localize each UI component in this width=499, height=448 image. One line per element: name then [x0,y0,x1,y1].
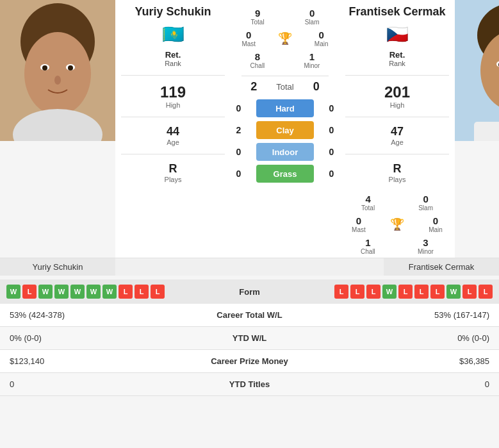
clay-row: 2 Clay 0 [231,121,339,139]
right-total-cell: 4 Total [361,194,375,212]
right-form-badge-l: L [462,285,477,299]
right-divider-2 [345,117,449,117]
left-slam-label: Slam [305,19,320,26]
left-name-below: Yuriy Schukin [0,258,115,276]
hard-button[interactable]: Hard [256,99,314,117]
left-mast-label: Mast [241,40,256,47]
left-minor-val: 1 [304,51,320,62]
right-form-badges: LLLWLLLWLL [291,285,493,299]
left-age-block: 44 Age [115,120,231,151]
left-form-badge-l: L [151,285,165,299]
indoor-left-val: 0 [231,147,247,157]
left-form-badge-l: L [119,285,133,299]
clay-right-val: 0 [323,125,339,135]
left-form-badge-w: W [102,285,117,299]
left-form-badges: WLWWWWWLLL [6,285,208,299]
stats-row-3: 0YTD Titles0 [0,373,499,396]
right-slam-val: 0 [418,194,433,204]
stat-label-1: YTD W/L [186,327,314,350]
left-main-label: Main [315,40,329,47]
right-slam-label: Slam [418,204,433,212]
left-plays-label: Plays [165,176,182,183]
stats-row-0: 53% (424-378)Career Total W/L53% (167-14… [0,304,499,327]
right-total-label: Total [361,204,375,212]
right-main-val: 0 [429,215,443,226]
left-form-badge-w: W [54,285,69,299]
right-player-image [455,0,499,141]
right-plays-block: R Plays [339,157,455,188]
left-form-badge-l: L [22,285,37,299]
svg-point-7 [54,76,61,85]
svg-point-6 [68,65,73,71]
stat-left-0: 53% (424-378) [0,304,186,327]
left-player-info: Yuriy Schukin 🇰🇿 Ret. Rank 119 High 44 A… [115,0,231,258]
stats-row-2: $123,140Career Prize Money$36,385 [0,350,499,373]
right-high-label: High [390,101,405,109]
right-face-svg [455,0,499,141]
left-form-badge-l: L [135,285,149,299]
player-names-row: Yuriy Schukin Frantisek Cermak [0,258,499,276]
stat-right-0: 53% (167-147) [314,304,500,327]
right-form-badge-l: L [479,285,493,299]
left-high-block: 119 High [115,78,231,114]
right-minor-cell: 3 Minor [418,237,434,255]
stat-right-1: 0% (0-0) [314,327,500,350]
indoor-button[interactable]: Indoor [256,143,314,161]
total-left-val: 2 [244,80,263,94]
stat-left-1: 0% (0-0) [0,327,186,350]
left-divider-3 [121,154,225,154]
left-trophy-icon: 🏆 [278,31,292,46]
total-label: Total [276,82,293,92]
left-mast-cell: 0 Mast [241,29,256,47]
left-rank-label: Rank [165,60,181,67]
left-total-val: 9 [251,8,265,19]
left-divider-1 [121,75,225,76]
player-comparison-top: Yuriy Schukin 🇰🇿 Ret. Rank 119 High 44 A… [0,0,499,258]
right-high-block: 201 High [339,78,455,114]
left-chall-cell: 8 Chall [250,51,265,69]
left-slam-cell: 0 Slam [305,8,320,26]
svg-point-5 [42,65,47,71]
left-form-badge-w: W [38,285,53,299]
left-player-name: Yuriy Schukin [135,5,211,19]
right-form-badge-l: L [398,285,413,299]
right-divider-1 [345,75,449,76]
right-age-block: 47 Age [339,120,455,151]
left-slam-val: 0 [305,8,320,19]
right-plays-label: Plays [389,176,406,183]
stat-left-2: $123,140 [0,350,186,373]
left-top-stats: 9 Total 0 Slam [231,5,339,28]
right-form-badge-l: L [334,285,348,299]
right-rank-label: Rank [389,60,405,67]
right-age-val: 47 [391,125,404,138]
right-slam-cell: 0 Slam [418,194,433,212]
grass-button[interactable]: Grass [256,165,314,183]
left-mast-main-row: 0 Mast 🏆 0 Main [231,28,339,49]
right-mast-val: 0 [352,215,366,226]
right-main-label: Main [429,226,443,233]
right-form-badge-w: W [382,285,397,299]
right-minor-label: Minor [418,248,434,255]
right-form-badge-l: L [430,285,445,299]
hard-left-val: 0 [231,103,247,113]
form-label: Form [211,287,288,297]
stats-table: 53% (424-378)Career Total W/L53% (167-14… [0,304,499,396]
right-age-label: Age [391,138,404,146]
left-main-val: 0 [315,29,329,40]
right-player-info: Frantisek Cermak 🇨🇿 Ret. Rank 201 High 4… [339,0,455,258]
stats-row-1: 0% (0-0)YTD W/L0% (0-0) [0,327,499,350]
right-total-val: 4 [361,194,375,204]
right-player-name: Frantisek Cermak [348,5,445,19]
stat-right-2: $36,385 [314,350,500,373]
stat-label-2: Career Prize Money [186,350,314,373]
stat-label-3: YTD Titles [186,373,314,396]
left-player-flag: 🇰🇿 [162,24,184,45]
left-plays-block: R Plays [115,157,231,188]
left-face-svg [0,0,115,141]
right-chall-minor-row: 1 Chall 3 Minor [339,235,455,258]
clay-button[interactable]: Clay [256,121,314,139]
svg-rect-17 [474,122,499,141]
left-chall-label: Chall [250,62,265,69]
stat-label-0: Career Total W/L [186,304,314,327]
left-minor-cell: 1 Minor [304,51,320,69]
